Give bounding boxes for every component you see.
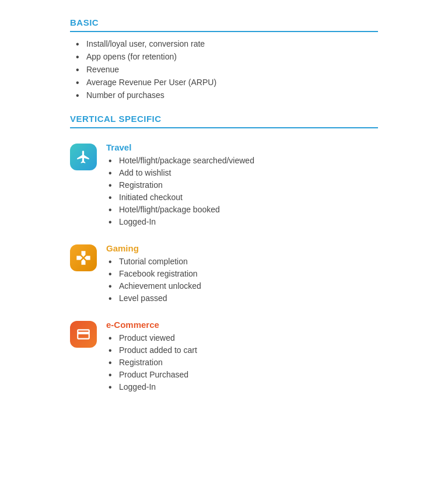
list-item: Add to wishlist [108,168,378,177]
list-item: Number of purchases [76,90,378,100]
gaming-list: Tutorial completion Facebook registratio… [108,257,378,303]
ecommerce-content: e-Commerce Product viewed Product added … [106,320,378,394]
ecommerce-category: e-Commerce Product viewed Product added … [70,320,378,394]
list-item: Tutorial completion [108,257,378,266]
travel-category: Travel Hotel/flight/package searched/vie… [70,142,378,229]
list-item: Achievement unlocked [108,281,378,291]
list-item: Product added to cart [108,345,378,355]
travel-name: Travel [106,142,378,152]
list-item: Hotel/flight/package searched/viewed [108,156,378,165]
list-item: Level passed [108,293,378,303]
gaming-name: Gaming [106,243,378,253]
list-item: App opens (for retention) [76,52,378,61]
list-item: Registration [108,358,378,367]
basic-title: BASIC [70,18,378,32]
list-item: Install/loyal user, conversion rate [76,39,378,48]
list-item: Average Revenue Per User (ARPU) [76,78,378,87]
gaming-icon [70,244,97,271]
vertical-section: VERTICAL SPECIFIC Travel Hotel/flight/pa… [70,114,378,394]
list-item: Logged-In [108,382,378,391]
list-item: Registration [108,180,378,190]
ecommerce-name: e-Commerce [106,320,378,330]
vertical-title: VERTICAL SPECIFIC [70,114,378,128]
gaming-category: Gaming Tutorial completion Facebook regi… [70,243,378,306]
list-item: Product viewed [108,333,378,342]
ecommerce-list: Product viewed Product added to cart Reg… [108,333,378,391]
basic-list: Install/loyal user, conversion rate App … [76,39,378,100]
travel-list: Hotel/flight/package searched/viewed Add… [108,156,378,226]
travel-icon [70,144,97,170]
list-item: Logged-In [108,217,378,226]
list-item: Revenue [76,65,378,74]
list-item: Facebook registration [108,269,378,278]
travel-content: Travel Hotel/flight/package searched/vie… [106,142,378,229]
list-item: Product Purchased [108,370,378,379]
basic-section: BASIC Install/loyal user, conversion rat… [70,18,378,100]
list-item: Initiated checkout [108,193,378,202]
ecommerce-icon [70,321,97,348]
gaming-content: Gaming Tutorial completion Facebook regi… [106,243,378,306]
list-item: Hotel/flight/package booked [108,205,378,214]
